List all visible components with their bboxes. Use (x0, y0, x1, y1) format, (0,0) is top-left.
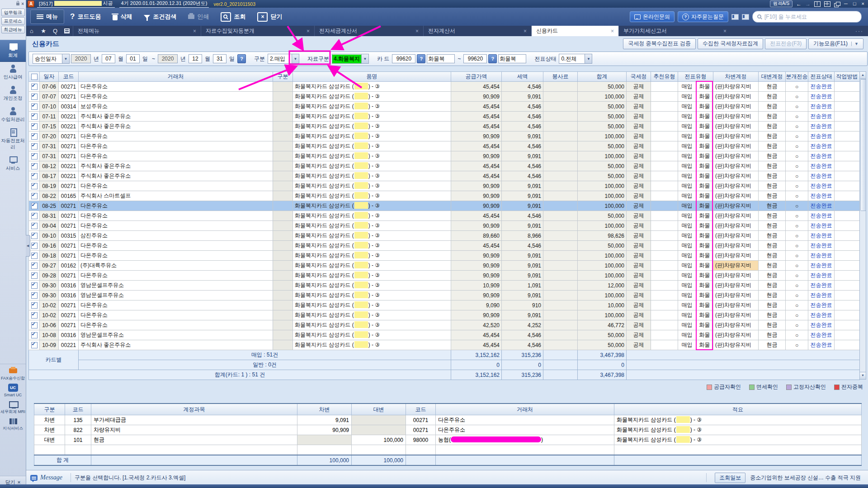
column-header-일자[interactable]: 일자 (40, 72, 59, 82)
row-checkbox[interactable] (29, 281, 40, 291)
year-from-field[interactable]: 2020 (71, 54, 91, 63)
cell-slip-status-link[interactable]: 전송완료 (808, 281, 835, 291)
checkbox-checked-icon[interactable] (31, 163, 38, 169)
cell-slip-status-link[interactable]: 전송완료 (808, 231, 835, 241)
table-row[interactable]: 10-0200271다온주유소화물복지카드 삼성카드 () - ③9,09091… (29, 300, 860, 310)
row-checkbox[interactable] (29, 141, 40, 151)
sidebar-item-개인조정[interactable]: 개인조정 (0, 83, 26, 104)
page-button-수집한 국세청자료집계[interactable]: 수집한 국세청자료집계 (698, 38, 763, 49)
table-row[interactable]: 10-0600271다온주유소화물복지카드 삼성카드 () - ③42,5204… (29, 320, 860, 330)
row-checkbox[interactable] (29, 102, 40, 112)
inquiry-button[interactable]: 조회 (215, 10, 251, 23)
checkbox-checked-icon[interactable] (31, 193, 38, 199)
table-row[interactable]: 07-3100271다온주유소화물복지카드 삼성카드 () - ③45,4544… (29, 141, 860, 151)
cell-slip-status-link[interactable]: 전송완료 (808, 201, 835, 211)
tab-close-icon[interactable]: × (300, 28, 310, 34)
scrollbar-thumb[interactable] (860, 79, 866, 211)
table-row[interactable]: 09-0400271다온주유소화물복지카드 삼성카드 () - ③90,9099… (29, 221, 860, 231)
checkbox-checked-icon[interactable] (31, 223, 38, 229)
journal-header-거래처[interactable]: 거래처 (436, 404, 614, 415)
row-checkbox[interactable] (29, 330, 40, 340)
table-row[interactable]: 08-1900271다온주유소화물복지카드 삼성카드 () - ③90,9099… (29, 181, 860, 191)
day-from-field[interactable]: 01 (126, 54, 140, 63)
row-checkbox[interactable] (29, 122, 40, 131)
delete-button[interactable]: 삭제 (107, 10, 138, 23)
table-row[interactable]: 07-1100221주식회사 좋은주유소화물복지카드 삼성카드 () - ③45… (29, 112, 860, 122)
cell-slip-status-link[interactable]: 전송완료 (808, 102, 835, 112)
checkbox-checked-icon[interactable] (31, 123, 38, 130)
month-to-field[interactable]: 12 (189, 54, 202, 63)
journal-header-대변[interactable]: 대변 (352, 404, 406, 415)
column-header-코드[interactable]: 코드 (59, 72, 79, 82)
cell-slip-status-link[interactable]: 전송완료 (808, 171, 835, 181)
cell-slip-status-link[interactable]: 전송완료 (808, 241, 835, 251)
cell-slip-status-link[interactable]: 전송완료 (808, 221, 835, 231)
tab-전자세금계산서[interactable]: 전자세금계산서× (314, 26, 423, 36)
table-row[interactable]: 08-2200165주식회사 스마트셀프화물복지카드 삼성카드 () - ③90… (29, 191, 860, 201)
close-screen-button[interactable]: × 닫기 (251, 10, 288, 23)
condition-search-button[interactable]: 조건검색 (138, 10, 182, 23)
month-from-field[interactable]: 07 (102, 54, 115, 63)
tab-overflow-icon[interactable]: ··· (855, 28, 868, 34)
table-row[interactable]: 08-3100271다온주유소화물복지카드 삼성카드 () - ③45,4544… (29, 211, 860, 221)
close-window-button[interactable]: × (861, 1, 865, 6)
cell-slip-status-link[interactable]: 전송완료 (808, 181, 835, 191)
news-source-button[interactable]: 조회일보 (715, 473, 745, 483)
home-icon[interactable]: ⌂ (26, 26, 38, 36)
journal-row[interactable]: 차변822차량유지비90,90900271다온주유소화물복지카드 삼성카드 ()… (34, 425, 862, 435)
slip-status-select[interactable]: 0.전체 ▼ (559, 54, 592, 64)
card-help-button[interactable]: ? (488, 54, 497, 63)
checkbox-checked-icon[interactable] (31, 263, 38, 269)
cell-slip-status-link[interactable]: 전송완료 (808, 82, 835, 92)
checkbox-checked-icon[interactable] (31, 153, 38, 160)
row-checkbox[interactable] (29, 171, 40, 181)
sidebar-button-최근메뉴[interactable]: 최근메뉴 (1, 26, 25, 33)
remote-as-button[interactable]: 원격A/S (770, 0, 793, 7)
cell-slip-status-link[interactable]: 전송완료 (808, 122, 835, 131)
row-checkbox[interactable] (29, 261, 40, 271)
table-row[interactable]: 09-1600271다온주유소화물복지카드 삼성카드 () - ③45,4544… (29, 241, 860, 251)
table-row[interactable]: 07-1500221주식회사 좋은주유소화물복지카드 삼성카드 () - ③45… (29, 122, 860, 131)
table-row[interactable]: 09-2800271다온주유소화물복지카드 삼성카드 () - ③90,9099… (29, 271, 860, 281)
vertical-scrollbar[interactable]: ▲ ▼ (859, 71, 866, 380)
checkbox-checked-icon[interactable] (31, 94, 38, 100)
forward-icon[interactable]: → (805, 1, 811, 7)
cell-slip-status-link[interactable]: 전송완료 (808, 211, 835, 221)
cell-slip-status-link[interactable]: 전송완료 (808, 320, 835, 330)
year-to-field[interactable]: 2020 (158, 54, 178, 63)
datatype-select[interactable]: 4.화물복지 ▼ (332, 54, 369, 64)
sidebar-item-회계[interactable]: 회계 (0, 40, 26, 62)
table-row[interactable]: 08-1200221주식회사 좋은주유소화물복지카드 삼성카드 () - ③45… (29, 161, 860, 171)
row-checkbox[interactable] (29, 241, 40, 251)
row-checkbox[interactable] (29, 271, 40, 281)
table-row[interactable]: 09-1000315삼진주유소화물복지카드 삼성카드 () - ③89,6608… (29, 231, 860, 241)
column-header-대변계정[interactable]: 대변계정 (759, 72, 786, 82)
sidebar-tool-FAX송수신함[interactable]: FAX송수신함 (0, 367, 26, 380)
approval-date-select[interactable]: 승인일자 ▼ (33, 54, 70, 64)
row-checkbox[interactable] (29, 291, 40, 300)
row-checkbox[interactable] (29, 151, 40, 161)
row-checkbox[interactable] (29, 181, 40, 191)
table-row[interactable]: 10-0800316영남문셀프주유소화물복지카드 삼성카드 () - ③45,4… (29, 330, 860, 340)
checkbox-checked-icon[interactable] (31, 183, 38, 189)
checkbox-checked-icon[interactable] (31, 292, 38, 299)
row-checkbox[interactable] (29, 92, 40, 102)
quick-menu-icon[interactable]: Q (49, 26, 61, 36)
column-header-전표상태[interactable]: 전표상태 (808, 72, 835, 82)
favorites-star-icon[interactable]: ★ (38, 26, 49, 36)
checkbox-checked-icon[interactable] (31, 322, 38, 328)
back-icon[interactable]: ← (796, 1, 802, 7)
column-header-전표유형[interactable]: 전표유형 (678, 72, 713, 82)
table-row[interactable]: 07-0700271다온주유소화물복지카드 삼성카드 () - ③90,9099… (29, 92, 860, 102)
scroll-down-icon[interactable]: ▼ (860, 372, 866, 379)
day-to-field[interactable]: 31 (213, 54, 226, 63)
checkbox-checked-icon[interactable] (31, 103, 38, 110)
tab-close-icon[interactable]: × (517, 28, 527, 34)
sidebar-button-프로세스[interactable]: 프로세스 (1, 17, 25, 25)
table-row[interactable]: 08-2500271다온주유소화물복지카드 삼성카드 () - ③90,9099… (29, 201, 860, 211)
table-row[interactable]: 07-1000314보성주유소화물복지카드 삼성카드 () - ③45,4544… (29, 102, 860, 112)
column-header-합계[interactable]: 합계 (578, 72, 627, 82)
sidebar-collapse-handle[interactable]: ◀ (26, 235, 30, 257)
checkbox-checked-icon[interactable] (31, 143, 38, 150)
page-button-기능모음(F11)[interactable]: 기능모음(F11)▼ (808, 38, 863, 49)
